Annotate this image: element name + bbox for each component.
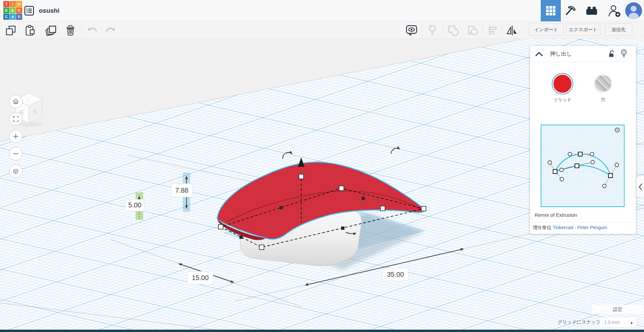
scale-handle-corner[interactable] <box>380 206 385 211</box>
toolbar-divider <box>82 25 82 35</box>
extrusion-profile-editor[interactable]: ⚙ <box>541 125 625 207</box>
delete-button[interactable] <box>65 25 76 36</box>
show-all-button[interactable] <box>406 25 417 36</box>
menu-icon <box>24 6 34 16</box>
export-button[interactable]: エクスポート <box>566 23 600 36</box>
byline-prefix: 増分単位 <box>533 225 551 230</box>
duplicate-button[interactable] <box>45 25 57 36</box>
copy-button[interactable] <box>5 25 16 36</box>
lightbulb-icon <box>428 25 437 36</box>
ungroup-icon <box>467 25 479 36</box>
solid-option[interactable] <box>552 74 573 94</box>
hole-option[interactable] <box>594 74 612 93</box>
tinkercad-app: T I N K E R C A D osushi <box>0 0 644 332</box>
author-link[interactable]: Tinkercad - Peter Penguin <box>553 225 607 230</box>
profile-spline[interactable] <box>555 154 610 176</box>
perspective-toggle-button[interactable] <box>9 164 22 178</box>
collapse-chevron-icon[interactable] <box>535 52 543 56</box>
dim-width-label[interactable]: 35.00 <box>387 271 404 278</box>
toolbar-divider <box>502 25 502 35</box>
logo-tile: R <box>16 7 22 13</box>
redo-button[interactable] <box>105 25 116 36</box>
snap-grid-label: グリッドにスナップ <box>557 319 601 325</box>
paste-icon <box>25 25 35 36</box>
gear-icon[interactable]: ⚙ <box>614 126 621 134</box>
byline: 増分単位 Tinkercad - Peter Penguin <box>533 225 607 231</box>
depth-dimension[interactable]: 15.00 <box>179 264 234 284</box>
rotate-handle-left[interactable] <box>283 152 292 159</box>
redo-icon <box>105 26 116 35</box>
delete-icon <box>65 25 75 36</box>
toolbar-divider <box>422 25 422 35</box>
minecraft-export-button[interactable] <box>561 0 580 21</box>
avatar[interactable] <box>625 2 642 19</box>
top-scale-handle[interactable] <box>299 174 304 179</box>
dashboard-button[interactable] <box>541 0 561 21</box>
ortho-view-icon <box>12 168 19 175</box>
brick-export-button[interactable] <box>582 0 601 21</box>
brick-icon <box>586 6 597 15</box>
height-dimension[interactable]: 7.88 <box>171 173 192 212</box>
plane-height-ruler[interactable]: 5.00 <box>125 192 144 220</box>
dim-height-label[interactable]: 7.88 <box>175 187 189 194</box>
toolbar-divider <box>483 25 483 35</box>
tinker-lightbulb-button[interactable] <box>427 25 438 36</box>
scale-handle-corner[interactable] <box>339 186 344 191</box>
dropdown-arrow-icon: ▲ <box>630 321 633 324</box>
view-cube-top-label: 上 <box>26 98 30 102</box>
logo-tile: N <box>16 1 22 7</box>
scale-handle-mid[interactable] <box>341 226 344 230</box>
toolbar-divider <box>443 25 443 35</box>
mirror-icon <box>506 25 518 36</box>
settings-button[interactable]: 設定 <box>592 305 643 314</box>
scale-handle-corner[interactable] <box>421 206 426 211</box>
view-cube-right-label: 右 <box>33 109 38 114</box>
edit-toolbar: インポート エクスポート 送信先 <box>0 21 644 39</box>
rotate-handle-right[interactable] <box>391 148 400 154</box>
align-button[interactable] <box>487 25 498 36</box>
send-to-button[interactable]: 送信先 <box>605 23 632 36</box>
solid-option-label: ソリッド <box>547 97 578 103</box>
sidebar-collapse-tab[interactable] <box>636 177 644 197</box>
avatar-person-icon <box>625 2 642 19</box>
zoom-in-button[interactable] <box>9 130 22 143</box>
logo-tile: I <box>10 1 16 7</box>
invite-collaborator-button[interactable] <box>605 0 624 21</box>
workplane-edge <box>0 39 523 141</box>
tinkercad-logo[interactable]: T I N K E R C A D <box>3 1 22 20</box>
pickaxe-icon <box>564 4 577 17</box>
scale-handle-mid[interactable] <box>239 236 243 239</box>
document-title[interactable]: osushi <box>39 0 59 21</box>
unlock-icon[interactable] <box>608 50 615 58</box>
dim-plane-label[interactable]: 5.00 <box>128 201 142 209</box>
duplicate-icon <box>45 25 57 36</box>
zoom-out-button[interactable] <box>9 147 22 160</box>
ungroup-button[interactable] <box>467 25 479 36</box>
zoom-out-icon <box>12 150 19 157</box>
copy-icon <box>6 25 16 36</box>
panel-divider <box>530 222 636 222</box>
scale-handle-mid[interactable] <box>362 197 365 200</box>
logo-tile: T <box>3 1 9 7</box>
fit-view-icon <box>12 115 19 123</box>
group-button[interactable] <box>447 25 459 36</box>
design-menu-button[interactable] <box>24 6 34 16</box>
undo-button[interactable] <box>87 25 98 36</box>
lightbulb-icon[interactable] <box>621 49 627 58</box>
bottom-edge-bar <box>0 330 644 332</box>
snap-grid-select[interactable]: 1.0 mm ▲ <box>599 317 637 327</box>
mirror-button[interactable] <box>506 25 518 36</box>
scale-handle-corner[interactable] <box>259 245 264 250</box>
scale-handle-mid[interactable] <box>279 206 283 209</box>
fit-view-button[interactable] <box>9 112 22 126</box>
logo-tile: D <box>16 14 22 20</box>
snap-grid-value: 1.0 mm <box>604 320 630 325</box>
undo-icon <box>87 26 98 35</box>
import-button[interactable]: インポート <box>529 23 564 36</box>
home-view-button[interactable] <box>9 95 22 108</box>
spline-anchors[interactable] <box>553 152 612 178</box>
dim-depth-label[interactable]: 15.00 <box>192 274 209 281</box>
raise-handle[interactable] <box>298 157 305 167</box>
scale-handle-corner[interactable] <box>218 224 223 229</box>
paste-button[interactable] <box>24 25 36 36</box>
